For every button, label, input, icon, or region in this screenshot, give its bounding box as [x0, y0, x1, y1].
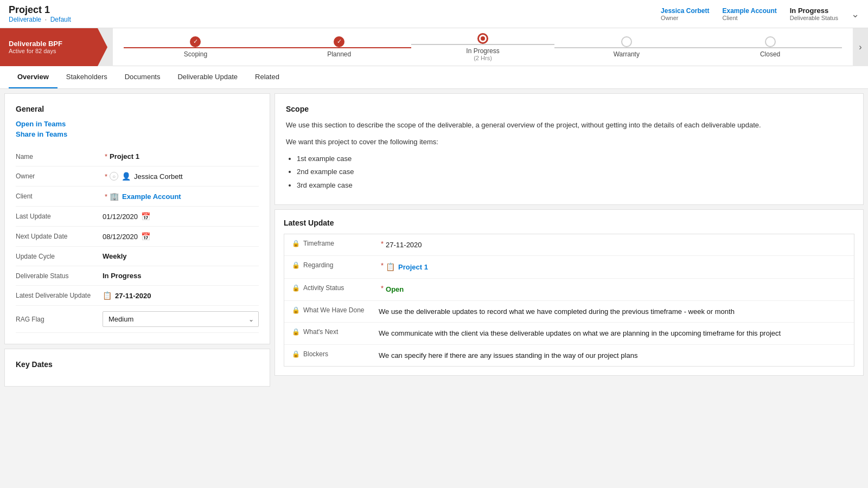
field-owner: Owner * ○ 👤 Jessica Corbett — [16, 166, 259, 187]
lock-icon-what-done: 🔒 — [292, 306, 300, 314]
scope-content: We use this section to describe the scop… — [286, 120, 852, 191]
field-value-owner[interactable]: ○ 👤 Jessica Corbett — [110, 172, 259, 181]
owner-name-value: Jessica Corbett — [134, 172, 183, 181]
field-label-owner: Owner — [16, 172, 103, 180]
req-star-regarding: * — [381, 261, 384, 269]
field-required-name: * — [105, 152, 107, 160]
lock-icon-regarding: 🔒 — [292, 261, 300, 269]
lock-icon-timeframe: 🔒 — [292, 240, 300, 247]
subtitle-default[interactable]: Default — [50, 16, 71, 23]
bpf-circle-scoping: ✓ — [190, 36, 201, 47]
field-label-client: Client — [16, 192, 103, 200]
update-label-regarding: 🔒 Regarding — [292, 261, 379, 269]
bpf-active-stage: Deliverable BPF Active for 82 days — [0, 28, 98, 66]
field-update-cycle: Update Cycle Weekly — [16, 247, 259, 266]
update-value-activity-status: Open — [386, 284, 846, 295]
header-status-block: In Progress Deliverable Status — [790, 7, 838, 21]
rag-flag-value: Medium — [108, 315, 133, 323]
field-client: Client * 🏢 Example Account — [16, 187, 259, 207]
calendar-icon-last-update[interactable]: 📅 — [141, 212, 150, 221]
rag-flag-select[interactable]: Medium ⌄ — [103, 311, 259, 327]
client-name[interactable]: Example Account — [722, 7, 776, 15]
req-star-activity-status: * — [381, 284, 384, 292]
field-required-owner: * — [105, 172, 107, 181]
req-star-timeframe: * — [381, 240, 384, 248]
header-chevron-icon[interactable]: ⌄ — [851, 8, 859, 20]
left-panel: General Open in Teams Share in Teams Nam… — [4, 93, 270, 473]
client-name-value: Example Account — [122, 192, 181, 201]
scope-paragraph1: We use this section to describe the scop… — [286, 120, 852, 131]
field-rag-flag: RAG Flag Medium ⌄ — [16, 306, 259, 333]
lock-icon-activity-status: 🔒 — [292, 284, 300, 292]
owner-person-icon: 👤 — [122, 172, 131, 181]
tab-related[interactable]: Related — [246, 66, 288, 88]
field-last-update: Last Update 01/12/2020 📅 — [16, 207, 259, 227]
update-row-whats-next: 🔒 What's Next We communicate with the cl… — [284, 323, 854, 345]
field-deliverable-status: Deliverable Status In Progress — [16, 266, 259, 286]
update-row-blockers: 🔒 Blockers We can specify here if there … — [284, 345, 854, 367]
field-value-next-update[interactable]: 08/12/2020 📅 — [103, 232, 259, 241]
bpf-stage-warranty[interactable]: Warranty — [554, 36, 698, 58]
latest-update-title: Latest Update — [284, 219, 854, 227]
field-name: Name * Project 1 — [16, 147, 259, 166]
latest-update-icon: 📋 — [103, 291, 112, 300]
client-role-label: Client — [722, 15, 776, 21]
bpf-stage-sublabel-inprogress: (2 Hrs) — [474, 55, 492, 61]
top-header: Project 1 Deliverable · Default Jessica … — [0, 0, 868, 28]
share-in-teams-link[interactable]: Share in Teams — [16, 130, 259, 138]
bpf-line-warranty — [554, 47, 698, 48]
bpf-stage-planned[interactable]: ✓ Planned — [267, 36, 411, 58]
latest-update-card: Latest Update 🔒 Timeframe * 27-11-2020 🔒… — [275, 209, 864, 376]
field-latest-deliverable-update: Latest Deliverable Update 📋 27-11-2020 — [16, 286, 259, 306]
update-row-regarding: 🔒 Regarding * 📋 Project 1 — [284, 256, 854, 279]
field-value-last-update[interactable]: 01/12/2020 📅 — [103, 212, 259, 221]
field-value-name[interactable]: Project 1 — [110, 152, 259, 160]
field-value-client[interactable]: 🏢 Example Account — [110, 192, 259, 201]
right-panel: Scope We use this section to describe th… — [275, 93, 864, 473]
bpf-stage-scoping[interactable]: ✓ Scoping — [124, 36, 267, 58]
last-update-value: 01/12/2020 — [103, 213, 138, 221]
tab-overview[interactable]: Overview — [9, 66, 58, 88]
field-required-client: * — [105, 192, 107, 201]
update-row-activity-status: 🔒 Activity Status * Open — [284, 279, 854, 301]
calendar-icon-next-update[interactable]: 📅 — [141, 232, 150, 241]
update-value-whats-next: We communicate with the client via these… — [379, 328, 846, 339]
tab-stakeholders[interactable]: Stakeholders — [58, 66, 116, 88]
update-label-blockers: 🔒 Blockers — [292, 350, 379, 358]
general-title: General — [16, 105, 259, 113]
field-label-latest-update: Latest Deliverable Update — [16, 292, 103, 299]
subtitle-deliverable: Deliverable — [9, 16, 41, 23]
key-dates-title: Key Dates — [16, 360, 259, 369]
bpf-circle-inprogress — [477, 33, 488, 44]
field-next-update: Next Update Date 08/12/2020 📅 — [16, 227, 259, 247]
field-value-rag-flag[interactable]: Medium ⌄ — [103, 311, 259, 327]
field-label-name: Name — [16, 153, 103, 160]
field-label-update-cycle: Update Cycle — [16, 253, 103, 260]
field-value-deliverable-status[interactable]: In Progress — [103, 272, 259, 280]
open-in-teams-link[interactable]: Open in Teams — [16, 120, 259, 128]
bpf-stage-closed[interactable]: Closed — [698, 36, 842, 58]
page-subtitle: Deliverable · Default — [9, 16, 71, 23]
update-value-what-done: We use the deliverable updates to record… — [379, 306, 846, 317]
update-row-timeframe: 🔒 Timeframe * 27-11-2020 — [284, 234, 854, 256]
bpf-stage-label-planned: Planned — [327, 50, 351, 58]
status-label: Deliverable Status — [790, 15, 838, 21]
update-label-whats-next: 🔒 What's Next — [292, 328, 379, 336]
update-value-regarding[interactable]: 📋 Project 1 — [386, 261, 846, 273]
bpf-next-button[interactable]: › — [853, 28, 868, 66]
scope-list-item-3: 3rd example case — [297, 180, 852, 191]
tab-documents[interactable]: Documents — [116, 66, 169, 88]
update-label-timeframe: 🔒 Timeframe — [292, 240, 379, 247]
owner-name[interactable]: Jessica Corbett — [661, 7, 709, 15]
page-title: Project 1 — [9, 4, 71, 16]
latest-update-value: 27-11-2020 — [115, 292, 151, 300]
field-value-latest-update[interactable]: 📋 27-11-2020 — [103, 291, 259, 300]
bpf-stage-inprogress[interactable]: In Progress (2 Hrs) — [411, 33, 555, 61]
tab-deliverable-update[interactable]: Deliverable Update — [169, 66, 246, 88]
scope-paragraph2: We want this project to cover the follow… — [286, 137, 852, 148]
rag-flag-chevron-icon: ⌄ — [248, 316, 254, 323]
field-label-last-update: Last Update — [16, 213, 103, 220]
update-value-timeframe: 27-11-2020 — [386, 240, 846, 251]
field-value-update-cycle[interactable]: Weekly — [103, 252, 259, 260]
general-links: Open in Teams Share in Teams — [16, 120, 259, 138]
